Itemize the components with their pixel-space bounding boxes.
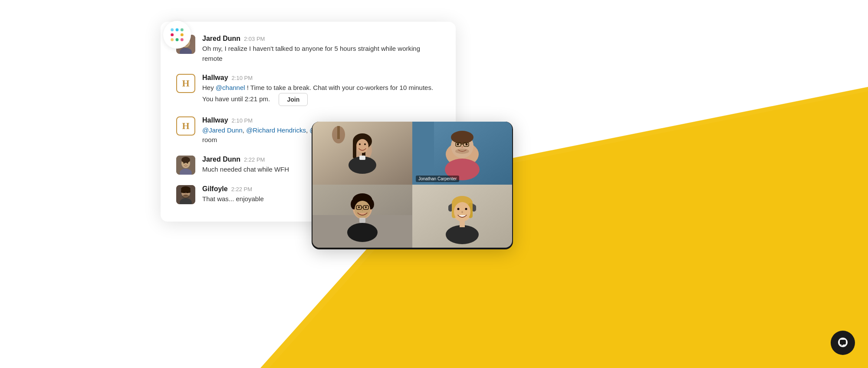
message-text-2: Hey @channel ! Time to take a break. Cha… (202, 83, 440, 106)
video-name-tag-2: Jonathan Carpenter (416, 176, 459, 182)
svg-rect-45 (359, 156, 365, 160)
svg-point-28 (184, 192, 185, 193)
svg-rect-1 (176, 28, 179, 31)
svg-rect-3 (181, 33, 184, 36)
message-row-hallway-1: H Hallway 2:10 PM Hey @channel ! Time to… (176, 74, 440, 106)
svg-rect-4 (171, 28, 174, 31)
sender-name-2: Hallway (202, 74, 228, 82)
svg-point-72 (347, 223, 378, 242)
sender-name-4: Jared Dunn (202, 156, 240, 163)
svg-rect-7 (181, 38, 184, 41)
svg-rect-8 (176, 33, 179, 36)
svg-point-85 (446, 225, 479, 244)
svg-rect-5 (181, 28, 184, 31)
svg-rect-6 (171, 38, 174, 41)
svg-point-82 (457, 208, 460, 210)
join-button[interactable]: Join (279, 93, 308, 106)
sender-name-3: Hallway (202, 116, 228, 124)
timestamp-5: 2:22 PM (231, 186, 252, 192)
message-header-1: Jared Dunn 2:03 PM (202, 35, 440, 43)
svg-rect-39 (353, 141, 356, 159)
slack-logo (163, 21, 191, 49)
sender-name-5: Gilfoyle (202, 185, 228, 193)
svg-point-67 (365, 206, 367, 208)
message-content-2: Hallway 2:10 PM Hey @channel ! Time to t… (202, 74, 440, 106)
svg-point-66 (358, 206, 360, 208)
chat-bubble-button[interactable] (831, 331, 855, 355)
svg-point-21 (187, 162, 188, 163)
svg-rect-73 (359, 218, 365, 223)
avatar-gilfoyle (176, 185, 195, 204)
svg-point-41 (356, 139, 368, 153)
svg-point-20 (184, 162, 185, 163)
svg-point-50 (451, 131, 473, 144)
timestamp-1: 2:03 PM (244, 36, 265, 42)
message-header-2: Hallway 2:10 PM (202, 74, 440, 82)
timestamp-3: 2:10 PM (232, 117, 253, 124)
timestamp-2: 2:10 PM (232, 75, 253, 81)
svg-point-42 (359, 143, 361, 145)
chat-bubble-icon (837, 337, 849, 349)
svg-point-30 (185, 193, 187, 194)
video-cell-3 (312, 185, 412, 248)
video-call-card: Jonathan Carpenter (312, 122, 512, 248)
sender-name-1: Jared Dunn (202, 35, 240, 43)
video-cell-1 (312, 122, 412, 185)
svg-rect-0 (171, 33, 174, 36)
svg-point-52 (466, 143, 468, 146)
svg-point-29 (187, 192, 188, 193)
message-content-1: Jared Dunn 2:03 PM Oh my, I realize I ha… (202, 35, 440, 63)
avatar-jared-2 (176, 156, 195, 175)
svg-point-83 (465, 208, 467, 210)
svg-point-84 (461, 211, 463, 213)
svg-rect-86 (460, 219, 465, 227)
message-row: Jared Dunn 2:03 PM Oh my, I realize I ha… (176, 35, 440, 63)
hallway-avatar-1: H (176, 74, 195, 93)
svg-rect-26 (181, 189, 191, 193)
hallway-avatar-2: H (176, 116, 195, 136)
video-cell-4 (412, 185, 512, 248)
svg-point-56 (461, 146, 463, 148)
video-cell-2: Jonathan Carpenter (412, 122, 512, 185)
svg-point-18 (181, 157, 190, 163)
svg-point-22 (185, 164, 187, 165)
svg-point-43 (364, 143, 366, 145)
svg-point-58 (455, 149, 469, 154)
svg-rect-35 (337, 126, 340, 139)
svg-point-71 (362, 209, 363, 211)
svg-point-51 (457, 143, 459, 146)
svg-rect-2 (176, 38, 179, 41)
svg-point-31 (182, 195, 189, 198)
message-text-1: Oh my, I realize I haven't talked to any… (202, 44, 440, 63)
timestamp-4: 2:22 PM (244, 156, 265, 163)
